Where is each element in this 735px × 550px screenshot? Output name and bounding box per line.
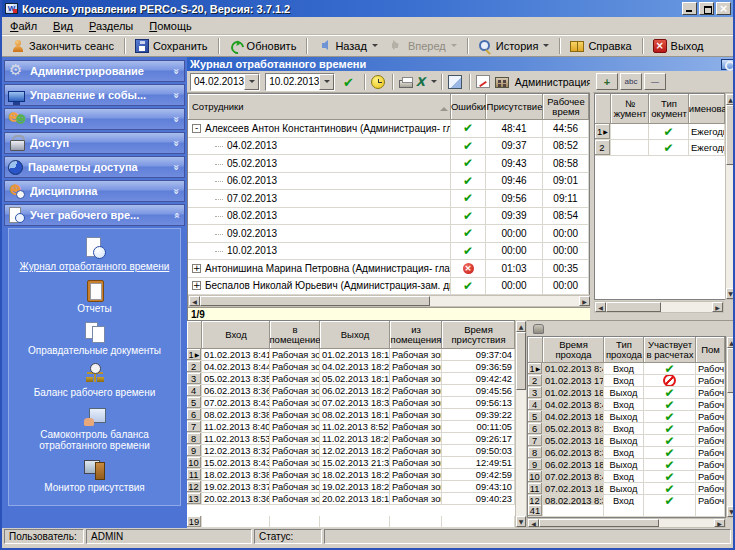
column-header-doctype[interactable]: Типокумент	[649, 94, 689, 124]
pass-row[interactable]: 7 05.02.2013 18:18 Выход Рабоч	[528, 435, 725, 447]
help-button[interactable]: Справка	[564, 36, 637, 56]
scrollbar-thumb[interactable]	[726, 105, 735, 165]
scroll-down-icon[interactable]: ▼	[516, 516, 526, 527]
sidebar-category[interactable]: Параметры доступа »	[4, 156, 185, 178]
worked-time-row[interactable]: 10.02.2013 00:00 00:00	[188, 243, 589, 261]
worked-time-row[interactable]: 09.02.2013 00:00 00:00	[188, 225, 589, 243]
worked-time-row[interactable]: + Антонишина Марина Петровна (Администра…	[188, 260, 589, 278]
scrollbar-thumb[interactable]	[727, 348, 735, 393]
document-row[interactable]: 2 Ежегодный о	[595, 140, 725, 156]
forward-button[interactable]: Вперед	[384, 36, 463, 56]
column-header-entry[interactable]: Вход	[202, 321, 270, 349]
scroll-right-icon[interactable]: ▶	[714, 519, 725, 527]
column-header-entry-zone[interactable]: в помещение	[270, 321, 320, 349]
entry-row[interactable]: 13 20.02.2013 8:36:48 Рабочая зона 20.02…	[187, 493, 515, 505]
restore-button[interactable]	[699, 2, 714, 15]
document-row[interactable]: 1▶ Ежегодный о	[595, 124, 725, 140]
horizontal-scrollbar[interactable]: ◀ ▶	[527, 518, 726, 528]
sidebar-category[interactable]: Доступ »	[4, 132, 185, 154]
monitor-search-icon[interactable]	[721, 59, 734, 70]
scroll-up-icon[interactable]: ▲	[516, 321, 526, 332]
sidebar-item[interactable]: Журнал отработанного времени	[11, 237, 179, 272]
exit-button[interactable]: Выход	[647, 36, 710, 56]
column-header-worktime[interactable]: Рабочеевремя	[543, 94, 589, 120]
pass-row[interactable]: 5 04.02.2013 18:21 Выход Рабоч	[528, 411, 725, 423]
sidebar-item[interactable]: Оправдательные документы	[11, 321, 179, 356]
sidebar-item[interactable]: Монитор присутствия	[11, 458, 179, 493]
menu-item[interactable]: Вид	[45, 19, 81, 33]
select-department-button[interactable]	[493, 72, 512, 92]
expander-toggle[interactable]: +	[192, 264, 201, 273]
preview-button[interactable]	[446, 72, 465, 92]
entry-row[interactable]: 9 12.02.2013 8:32:45 Рабочая зона 12.02.…	[187, 445, 515, 457]
sidebar-category[interactable]: Управление и собы... »	[4, 84, 185, 106]
scrollbar-thumb[interactable]	[539, 519, 659, 527]
save-button[interactable]: Сохранить	[129, 36, 214, 56]
worked-time-row[interactable]: + Беспалов Николай Юрьевич (Администраци…	[188, 278, 589, 296]
column-header-in-calc[interactable]: Участвуетв расчетах	[644, 337, 696, 363]
history-button[interactable]: История	[472, 36, 556, 56]
column-header-exit-zone[interactable]: из помещения	[390, 321, 442, 349]
horizontal-scrollbar[interactable]: ◀ ▶	[188, 295, 591, 307]
pass-row[interactable]: 10 07.02.2013 8:43:3 Вход Рабоч	[528, 471, 725, 483]
column-header-employees[interactable]: Сотрудники	[188, 94, 451, 120]
entry-row[interactable]: 4 06.02.2013 8:36:34 Рабочая зона 06.02.…	[187, 385, 515, 397]
entry-row[interactable]: 7 11.02.2013 8:40:56 Рабочая зона 11.02.…	[187, 421, 515, 433]
stamp-icon[interactable]	[533, 324, 544, 334]
menu-item[interactable]: Файл	[2, 19, 45, 33]
worked-time-row[interactable]: 08.02.2013 09:39 08:54	[188, 208, 589, 226]
pass-row[interactable]: 8 06.02.2013 8:36:3 Вход Рабоч	[528, 447, 725, 459]
menu-item[interactable]: Разделы	[81, 19, 141, 33]
vertical-scrollbar[interactable]: ▲ ▼	[725, 93, 735, 300]
sidebar-item[interactable]: Самоконтроль баланса отработанного време…	[11, 405, 179, 451]
worked-time-row[interactable]: 05.02.2013 09:43 08:58	[188, 155, 589, 173]
column-header-room[interactable]: Пом	[696, 337, 725, 363]
pass-row[interactable]: 4 04.02.2013 8:44:0 Вход Рабоч	[528, 399, 725, 411]
column-header-presence-time[interactable]: Времяприсутствия	[442, 321, 515, 349]
sidebar-item[interactable]: Баланс рабочего времени	[11, 363, 179, 398]
entry-row[interactable]: 3 05.02.2013 8:35:25 Рабочая зона 05.02.…	[187, 373, 515, 385]
scroll-left-icon[interactable]: ◀	[528, 519, 539, 527]
scroll-up-icon[interactable]: ▲	[727, 337, 735, 348]
date-to-combobox[interactable]: 10.02.2013	[265, 73, 335, 91]
pass-row[interactable]: 1▶ 01.02.2013 8:41:0 Вход Рабоч	[528, 363, 725, 375]
remove-document-button[interactable]: —	[644, 73, 666, 90]
entry-row[interactable]: 11 18.02.2013 8:38:43 Рабочая зона 18.02…	[187, 469, 515, 481]
back-button[interactable]: Назад	[311, 36, 384, 56]
entry-row[interactable]: 6 08.02.2013 8:38:35 Рабочая зона 08.02.…	[187, 409, 515, 421]
schedule-button[interactable]	[369, 72, 388, 92]
dropdown-button[interactable]	[244, 74, 259, 90]
entry-row[interactable]: 1▶ 01.02.2013 8:41:01 Рабочая зона 01.02…	[187, 349, 515, 361]
pass-row[interactable]: 11 07.02.2013 18:39 Выход Рабоч	[528, 483, 725, 495]
scroll-left-icon[interactable]: ◀	[189, 296, 200, 306]
pass-row[interactable]: 6 05.02.2013 8:35:2 Вход Рабоч	[528, 423, 725, 435]
sidebar-category[interactable]: Учет рабочего вре... »	[4, 204, 185, 226]
worked-time-row[interactable]: 06.02.2013 09:46 09:01	[188, 173, 589, 191]
close-button[interactable]: ×	[716, 2, 731, 15]
scrollbar-thumb[interactable]	[200, 296, 430, 306]
entry-row[interactable]: 8 11.02.2013 8:53:45 Рабочая зона 11.02.…	[187, 433, 515, 445]
pass-row[interactable]: 3 01.02.2013 18:18 Выход Рабоч	[528, 387, 725, 399]
scrollbar-thumb[interactable]	[516, 332, 526, 390]
scroll-down-icon[interactable]: ▼	[727, 506, 735, 517]
worked-time-row[interactable]: 07.02.2013 09:56 09:11	[188, 190, 589, 208]
entry-row[interactable]: 12 19.02.2013 8:37:16 Рабочая зона 19.02…	[187, 481, 515, 493]
column-header-docnum[interactable]: №жумент	[611, 94, 649, 124]
sidebar-item[interactable]: Отчеты	[11, 279, 179, 314]
column-header-presence[interactable]: Присутствие	[486, 94, 543, 120]
column-header-errors[interactable]: Ошибки	[451, 94, 486, 120]
scrollbar-thumb[interactable]	[606, 302, 661, 312]
entry-row[interactable]: 5 07.02.2013 8:43:35 Рабочая зона 07.02.…	[187, 397, 515, 409]
end-session-button[interactable]: Закончить сеанс	[5, 36, 120, 56]
sidebar-category[interactable]: Дисциплина »	[4, 180, 185, 202]
title-bar[interactable]: W Консоль управления PERCo-S-20, Версия:…	[2, 0, 733, 17]
column-header-pass-time[interactable]: Время прохода	[543, 337, 604, 363]
entry-row[interactable]: 10 15.02.2013 8:43:23 Рабочая зона 15.02…	[187, 457, 515, 469]
spellcheck-button[interactable]: abc	[620, 73, 642, 90]
expander-toggle[interactable]: +	[192, 281, 201, 290]
scroll-right-icon[interactable]: ▶	[712, 302, 723, 312]
minimize-button[interactable]	[682, 2, 697, 15]
pass-row[interactable]: 2 01.02.2013 17:36 Вход Рабоч	[528, 375, 725, 387]
horizontal-scrollbar[interactable]: ◀ ▶	[594, 301, 724, 313]
add-document-button[interactable]: +	[596, 73, 618, 90]
